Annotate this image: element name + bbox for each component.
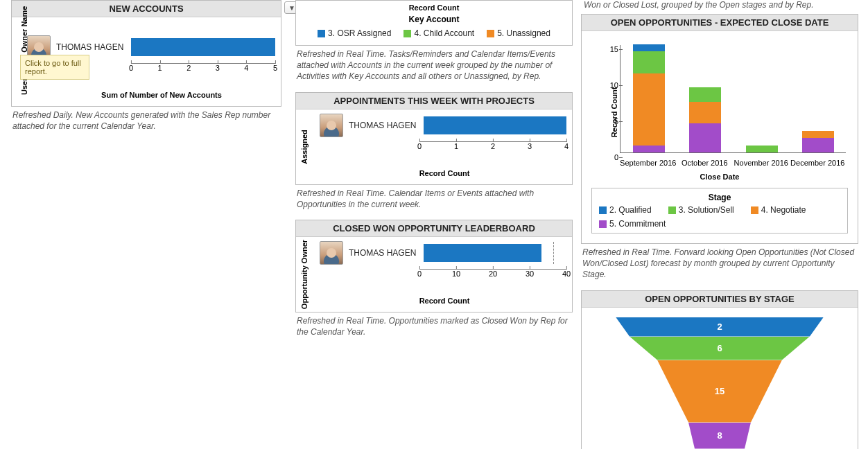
stacked-column-chart[interactable]: Record Count Close Date 051015September … — [588, 39, 851, 185]
stacked-column — [633, 44, 665, 152]
stacked-column — [746, 146, 778, 152]
funnel-segment: 15 — [657, 360, 782, 423]
row-label: THOMAS HAGEN — [349, 248, 418, 258]
panel-title: OPEN OPPORTUNITIES - EXPECTED CLOSE DATE — [582, 15, 858, 31]
chevron-down-icon: ▼ — [288, 4, 295, 12]
stacked-column — [802, 131, 834, 152]
panel-title: APPOINTMENTS THIS WEEK WITH PROJECTS — [296, 93, 572, 109]
funnel-segment: 6 — [630, 337, 810, 360]
panel-caption: Refreshed in Real Time. Forward looking … — [582, 247, 857, 281]
axis-tick: 15 — [588, 45, 618, 53]
axis-tick: 1 — [454, 142, 458, 150]
reference-line — [553, 242, 554, 264]
full-report-tooltip[interactable]: Click to go to full report. — [20, 55, 89, 80]
bar-segment — [424, 116, 566, 134]
avatar — [320, 114, 343, 137]
panel-key-account: Record Count Key Account 3. OSR Assigned… — [295, 0, 573, 46]
axis-tick: 4 — [244, 64, 248, 72]
legend: 3. OSR Assigned4. Child Account5. Unassi… — [296, 24, 572, 45]
funnel-segment: 8 — [688, 423, 751, 449]
legend-item: 3. Solution/Sell — [668, 205, 734, 215]
legend: Stage 2. Qualified3. Solution/Sell4. Neg… — [591, 188, 848, 234]
axis-tick: 40 — [562, 270, 571, 278]
partial-xlabel: Record Count — [296, 1, 572, 12]
axis-tick: 5 — [588, 117, 618, 125]
y-axis-label: Assigned — [300, 105, 309, 188]
chart-row[interactable]: THOMAS HAGEN — [320, 114, 566, 137]
row-label: THOMAS HAGEN — [56, 42, 125, 52]
bar-segment — [802, 138, 834, 152]
panel-closed-won: CLOSED WON OPPORTUNITY LEADERBOARD Oppor… — [295, 220, 573, 312]
x-axis-label: Record Count — [322, 297, 566, 305]
chart-row[interactable]: THOMAS HAGEN — [320, 241, 566, 265]
stacked-column — [689, 87, 721, 152]
axis-tick: November 2016 — [734, 159, 788, 167]
legend-title: Stage — [599, 193, 840, 202]
bar-segment — [131, 38, 275, 56]
legend-item: 4. Child Account — [403, 28, 474, 38]
bar-segment — [633, 146, 665, 152]
axis-tick: October 2016 — [682, 159, 728, 167]
y-axis-label: Opportunity Owner — [300, 233, 309, 316]
axis-tick: December 2016 — [790, 159, 844, 167]
panel-expected-close: OPEN OPPORTUNITIES - EXPECTED CLOSE DATE… — [581, 14, 858, 244]
bar-segment — [689, 123, 721, 152]
axis-tick: 4 — [564, 142, 568, 150]
axis-tick: 0 — [417, 142, 422, 150]
row-label: THOMAS HAGEN — [349, 121, 418, 130]
axis-tick: 0 — [588, 153, 618, 161]
legend-title: Key Account — [296, 12, 572, 24]
panel-caption: Won or Closed Lost, grouped by the Open … — [584, 0, 858, 10]
bar-segment — [633, 73, 665, 146]
panel-appointments: APPOINTMENTS THIS WEEK WITH PROJECTS Ass… — [295, 92, 573, 185]
panel-caption: Refreshed in Real Time. Opportunities ma… — [297, 315, 571, 337]
panel-new-accounts: NEW ACCOUNTS User Stats: Owner Name THOM… — [11, 0, 281, 107]
axis-tick: 3 — [216, 64, 220, 72]
x-axis: 012345 — [131, 63, 275, 82]
legend-item: 2. Qualified — [599, 205, 652, 215]
legend-item: 5. Unassigned — [487, 28, 550, 38]
x-axis-label: Record Count — [322, 169, 566, 177]
bar-segment — [633, 51, 665, 73]
axis-tick: 3 — [528, 142, 532, 150]
avatar — [320, 241, 343, 265]
legend-item: 5. Commitment — [599, 219, 666, 229]
bar-segment — [633, 44, 665, 51]
x-axis: 010203040 — [419, 269, 566, 288]
panel-caption: Refreshed in Real Time. Calendar Items o… — [297, 188, 571, 210]
panel-title: OPEN OPPORTUNITIES BY STAGE — [582, 291, 858, 308]
x-axis-label: Sum of Number of New Accounts — [48, 91, 275, 99]
axis-tick: 30 — [526, 270, 534, 278]
axis-tick: 5 — [273, 64, 277, 72]
panel-caption: Refreshed in Real Time. Tasks/Reminders … — [297, 49, 571, 82]
funnel-chart[interactable]: 26158 — [609, 317, 831, 449]
bar-segment — [746, 146, 778, 152]
panel-by-stage: OPEN OPPORTUNITIES BY STAGE 26158 Record… — [581, 290, 858, 449]
axis-tick: September 2016 — [620, 159, 676, 167]
bar-segment — [689, 87, 721, 102]
axis-tick: 0 — [417, 270, 422, 278]
axis-tick: 10 — [452, 270, 460, 278]
bar-segment — [424, 244, 541, 262]
y-axis-label: Record Count — [610, 87, 618, 138]
panel-caption: Refreshed Daily. New Accounts generated … — [12, 109, 280, 132]
axis-tick: 20 — [489, 270, 497, 278]
axis-tick: 10 — [588, 81, 618, 89]
panel-title: NEW ACCOUNTS — [12, 1, 281, 17]
bar-segment — [802, 131, 834, 138]
axis-tick: 0 — [129, 64, 133, 72]
axis-tick: 2 — [491, 142, 495, 150]
x-axis: 01234 — [419, 141, 566, 161]
axis-tick: 1 — [158, 64, 162, 72]
panel-title: CLOSED WON OPPORTUNITY LEADERBOARD — [296, 220, 572, 237]
legend-item: 3. OSR Assigned — [318, 28, 391, 38]
funnel-segment: 2 — [616, 317, 824, 337]
x-axis-label: Close Date — [588, 173, 851, 181]
bar-segment — [689, 102, 721, 123]
axis-tick: 2 — [186, 64, 191, 72]
legend-item: 4. Negotiate — [751, 205, 806, 215]
